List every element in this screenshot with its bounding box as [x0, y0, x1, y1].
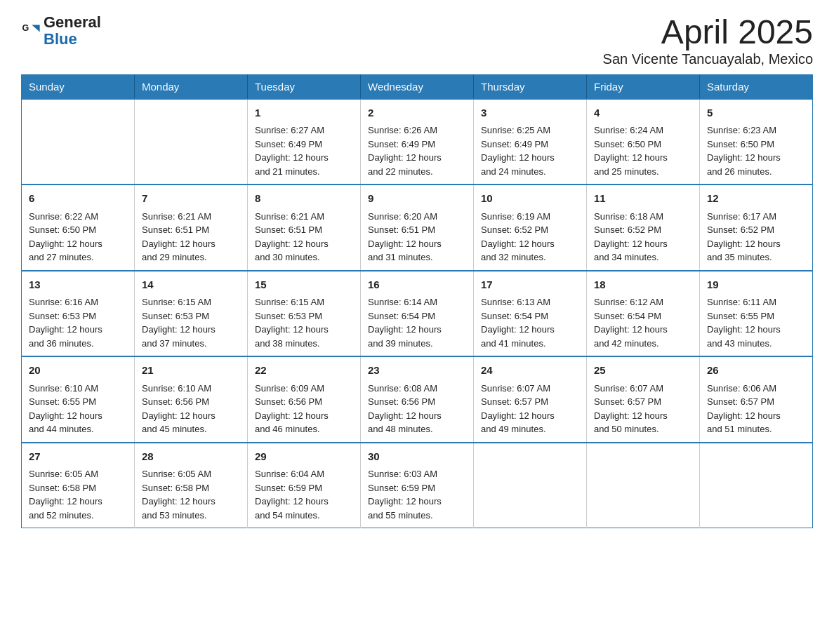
page-title: April 2025 — [603, 14, 813, 51]
day-detail: and 26 minutes. — [707, 165, 805, 179]
weekday-header-tuesday: Tuesday — [248, 74, 361, 99]
day-detail: and 35 minutes. — [707, 250, 805, 264]
calendar-cell: 23Sunrise: 6:08 AMSunset: 6:56 PMDayligh… — [361, 356, 474, 443]
day-detail: Daylight: 12 hours — [142, 495, 240, 509]
weekday-header-monday: Monday — [135, 74, 248, 99]
title-block: April 2025 San Vicente Tancuayalab, Mexi… — [603, 14, 813, 67]
calendar-cell: 24Sunrise: 6:07 AMSunset: 6:57 PMDayligh… — [474, 356, 587, 443]
day-detail: Sunset: 6:51 PM — [142, 223, 240, 237]
day-detail: and 27 minutes. — [29, 250, 127, 264]
day-detail: and 41 minutes. — [481, 337, 579, 351]
svg-marker-1 — [32, 25, 39, 32]
day-detail: Sunrise: 6:11 AM — [707, 295, 805, 309]
day-detail: and 21 minutes. — [255, 165, 353, 179]
svg-text:G: G — [22, 23, 29, 33]
logo-icon: G — [21, 21, 41, 41]
day-detail: Daylight: 12 hours — [481, 409, 579, 423]
day-detail: Sunset: 6:57 PM — [707, 395, 805, 409]
day-detail: Sunset: 6:51 PM — [255, 223, 353, 237]
weekday-header-saturday: Saturday — [700, 74, 813, 99]
day-detail: Daylight: 12 hours — [481, 237, 579, 251]
calendar-cell: 30Sunrise: 6:03 AMSunset: 6:59 PMDayligh… — [361, 443, 474, 528]
day-detail: and 53 minutes. — [142, 509, 240, 523]
day-number: 30 — [368, 449, 466, 465]
day-detail: Sunrise: 6:04 AM — [255, 467, 353, 481]
day-detail: Sunrise: 6:15 AM — [142, 295, 240, 309]
day-detail: and 54 minutes. — [255, 509, 353, 523]
day-detail: Sunset: 6:55 PM — [707, 309, 805, 323]
day-detail: Sunrise: 6:06 AM — [707, 382, 805, 396]
day-detail: Sunset: 6:57 PM — [481, 395, 579, 409]
day-detail: Daylight: 12 hours — [29, 237, 127, 251]
calendar-cell — [700, 443, 813, 528]
day-detail: Daylight: 12 hours — [594, 323, 692, 337]
day-detail: Sunset: 6:50 PM — [29, 223, 127, 237]
day-number: 27 — [29, 449, 127, 465]
day-number: 16 — [368, 277, 466, 293]
day-detail: Sunrise: 6:17 AM — [707, 210, 805, 224]
day-detail: Sunset: 6:57 PM — [594, 395, 692, 409]
day-detail: Sunrise: 6:08 AM — [368, 382, 466, 396]
day-detail: Sunset: 6:53 PM — [142, 309, 240, 323]
day-detail: Sunrise: 6:09 AM — [255, 382, 353, 396]
day-number: 23 — [368, 363, 466, 379]
day-detail: and 22 minutes. — [368, 165, 466, 179]
day-detail: Sunset: 6:55 PM — [29, 395, 127, 409]
calendar-body: 1Sunrise: 6:27 AMSunset: 6:49 PMDaylight… — [22, 99, 813, 528]
day-detail: Sunset: 6:50 PM — [707, 137, 805, 152]
day-detail: Sunrise: 6:21 AM — [255, 210, 353, 224]
calendar-cell: 21Sunrise: 6:10 AMSunset: 6:56 PMDayligh… — [135, 356, 248, 443]
day-detail: Daylight: 12 hours — [594, 237, 692, 251]
day-detail: Sunset: 6:58 PM — [142, 481, 240, 495]
day-detail: Sunrise: 6:24 AM — [594, 123, 692, 137]
day-detail: Sunset: 6:52 PM — [481, 223, 579, 237]
day-detail: Daylight: 12 hours — [142, 409, 240, 423]
day-detail: and 44 minutes. — [29, 422, 127, 436]
day-detail: Sunset: 6:54 PM — [368, 309, 466, 323]
day-detail: and 30 minutes. — [255, 250, 353, 264]
calendar-cell: 9Sunrise: 6:20 AMSunset: 6:51 PMDaylight… — [361, 185, 474, 271]
day-detail: Sunset: 6:56 PM — [142, 395, 240, 409]
day-detail: Sunset: 6:53 PM — [255, 309, 353, 323]
day-detail: Sunrise: 6:26 AM — [368, 123, 466, 137]
day-number: 1 — [255, 105, 353, 121]
day-detail: Sunset: 6:51 PM — [368, 223, 466, 237]
calendar-week-5: 27Sunrise: 6:05 AMSunset: 6:58 PMDayligh… — [22, 443, 813, 528]
day-detail: and 29 minutes. — [142, 250, 240, 264]
day-detail: Daylight: 12 hours — [707, 237, 805, 251]
calendar-cell: 14Sunrise: 6:15 AMSunset: 6:53 PMDayligh… — [135, 271, 248, 357]
day-detail: and 45 minutes. — [142, 422, 240, 436]
calendar-cell: 15Sunrise: 6:15 AMSunset: 6:53 PMDayligh… — [248, 271, 361, 357]
day-number: 9 — [368, 191, 466, 207]
calendar-cell — [22, 99, 135, 185]
day-detail: Sunrise: 6:27 AM — [255, 123, 353, 137]
day-detail: and 39 minutes. — [368, 337, 466, 351]
day-number: 15 — [255, 277, 353, 293]
day-detail: Daylight: 12 hours — [594, 151, 692, 165]
day-number: 6 — [29, 191, 127, 207]
day-detail: Sunrise: 6:12 AM — [594, 295, 692, 309]
day-detail: Sunset: 6:54 PM — [594, 309, 692, 323]
day-number: 3 — [481, 105, 579, 121]
day-number: 26 — [707, 363, 805, 379]
day-detail: and 48 minutes. — [368, 422, 466, 436]
day-detail: Daylight: 12 hours — [368, 495, 466, 509]
weekday-header-wednesday: Wednesday — [361, 74, 474, 99]
day-detail: Sunset: 6:59 PM — [255, 481, 353, 495]
day-detail: Daylight: 12 hours — [255, 151, 353, 165]
logo-general: General — [44, 14, 101, 31]
day-detail: Daylight: 12 hours — [255, 323, 353, 337]
day-number: 19 — [707, 277, 805, 293]
weekday-header-thursday: Thursday — [474, 74, 587, 99]
day-number: 4 — [594, 105, 692, 121]
day-detail: Daylight: 12 hours — [481, 323, 579, 337]
day-detail: and 43 minutes. — [707, 337, 805, 351]
day-detail: and 36 minutes. — [29, 337, 127, 351]
day-detail: Sunset: 6:53 PM — [29, 309, 127, 323]
day-detail: and 50 minutes. — [594, 422, 692, 436]
day-number: 21 — [142, 363, 240, 379]
weekday-row: SundayMondayTuesdayWednesdayThursdayFrid… — [22, 74, 813, 99]
page-header: G General Blue April 2025 San Vicente Ta… — [21, 14, 813, 67]
calendar-cell: 11Sunrise: 6:18 AMSunset: 6:52 PMDayligh… — [587, 185, 700, 271]
day-detail: Sunrise: 6:13 AM — [481, 295, 579, 309]
